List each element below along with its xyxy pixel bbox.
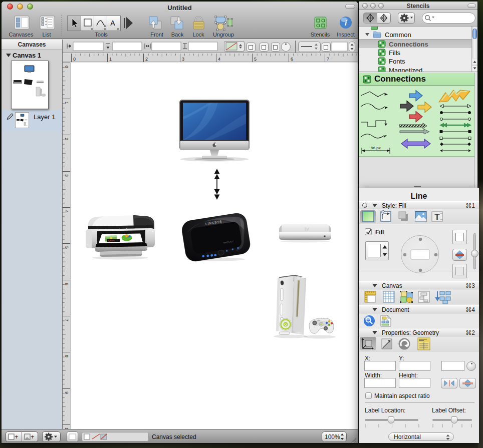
- svg-text:3: 3: [182, 57, 184, 62]
- svg-text:96 px: 96 px: [371, 146, 381, 150]
- svg-text:8: 8: [64, 355, 69, 357]
- svg-text:T: T: [434, 212, 440, 222]
- svg-text:1: 1: [64, 102, 69, 104]
- svg-text:3: 3: [64, 174, 69, 177]
- svg-text:100%: 100%: [325, 433, 340, 440]
- svg-text:A: A: [110, 19, 115, 27]
- svg-text:9: 9: [64, 391, 69, 394]
- svg-text:1: 1: [109, 57, 112, 62]
- svg-text:5: 5: [64, 246, 69, 249]
- svg-text:0: 0: [64, 66, 69, 68]
- svg-text:+: +: [31, 433, 35, 440]
- svg-text:4: 4: [64, 210, 69, 213]
- svg-text:2: 2: [145, 57, 148, 62]
- svg-text:7: 7: [327, 57, 329, 62]
- svg-text:5: 5: [254, 57, 257, 62]
- svg-text:6: 6: [291, 57, 293, 62]
- svg-text:4: 4: [218, 57, 220, 62]
- svg-text:0: 0: [73, 57, 76, 62]
- svg-text:7: 7: [64, 319, 69, 321]
- svg-text:+: +: [15, 433, 19, 440]
- svg-text:tv: tv: [305, 226, 309, 232]
- svg-text:Canvas selected: Canvas selected: [152, 433, 196, 440]
- svg-text:2: 2: [64, 138, 69, 140]
- svg-text:6: 6: [64, 283, 69, 285]
